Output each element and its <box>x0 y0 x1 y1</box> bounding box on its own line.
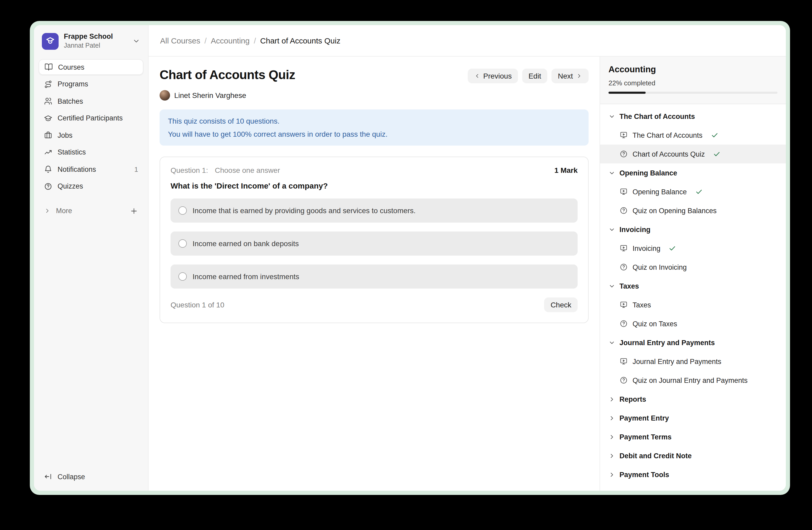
sidebar-item-label: Certified Participants <box>58 114 123 122</box>
breadcrumb-current: Chart of Accounts Quiz <box>260 36 340 45</box>
progress-bar-track <box>608 92 778 94</box>
outline-section-debit-and-credit-note[interactable]: Debit and Credit Note <box>600 446 786 465</box>
lesson-icon <box>620 131 628 139</box>
outline-quiz-on-invoicing[interactable]: Quiz on Invoicing <box>600 258 786 277</box>
chevron-down-icon <box>608 113 615 120</box>
outline-item-label: Chart of Accounts Quiz <box>633 150 705 158</box>
outline-item-label: Journal Entry and Payments <box>633 358 721 365</box>
answer-option-2[interactable]: Income earned on bank deposits <box>171 232 578 255</box>
quiz-icon <box>620 206 628 215</box>
lesson-icon <box>620 357 628 365</box>
breadcrumb-all-courses[interactable]: All Courses <box>160 36 200 45</box>
answer-options: Income that is earned by providing goods… <box>171 198 578 289</box>
answer-option-1[interactable]: Income that is earned by providing goods… <box>171 198 578 223</box>
outline-quiz-on-journal-entry-and-payments[interactable]: Quiz on Journal Entry and Payments <box>600 371 786 390</box>
outline-section-title: Journal Entry and Payments <box>620 338 715 346</box>
sidebar-item-courses[interactable]: Courses <box>39 59 143 75</box>
breadcrumb-separator: / <box>204 36 206 45</box>
outline-section-payment-entry[interactable]: Payment Entry <box>600 408 786 427</box>
check-button[interactable]: Check <box>545 297 578 312</box>
breadcrumb-accounting[interactable]: Accounting <box>211 36 249 45</box>
outline-lesson-journal-entry-and-payments[interactable]: Journal Entry and Payments <box>600 352 786 371</box>
chevron-right-icon <box>608 433 615 440</box>
chevron-left-icon <box>474 73 480 79</box>
outline-section-taxes[interactable]: Taxes <box>600 277 786 295</box>
frappe-school-logo-icon <box>42 33 59 50</box>
sidebar-nav: Courses Programs Batches Certified Parti… <box>39 59 143 194</box>
outline-section-journal-entry-and-payments[interactable]: Journal Entry and Payments <box>600 333 786 352</box>
answer-option-3[interactable]: Income earned from investments <box>171 264 578 289</box>
content-row: Chart of Accounts Quiz Previous Edit <box>149 57 786 491</box>
quiz-card: Question 1: Choose one answer 1 Mark Wha… <box>160 157 589 323</box>
check-icon <box>669 245 676 252</box>
outline-section-reports[interactable]: Reports <box>600 390 786 408</box>
sidebar-item-label: Courses <box>58 63 85 71</box>
outline-quiz-on-taxes[interactable]: Quiz on Taxes <box>600 314 786 333</box>
notifications-count-badge: 1 <box>134 165 138 173</box>
outline-section-title: The Chart of Accounts <box>620 112 695 120</box>
check-button-label: Check <box>551 301 571 309</box>
previous-button[interactable]: Previous <box>467 69 518 83</box>
bell-icon <box>44 165 52 173</box>
title-row: Chart of Accounts Quiz Previous Edit <box>160 68 589 83</box>
outline-section-opening-balance[interactable]: Opening Balance <box>600 163 786 182</box>
chevron-down-icon <box>132 37 140 45</box>
outline-lesson-opening-balance[interactable]: Opening Balance <box>600 182 786 201</box>
sidebar-more-toggle[interactable]: More <box>39 203 143 219</box>
outline-section-invoicing[interactable]: Invoicing <box>600 220 786 239</box>
sidebar-item-notifications[interactable]: Notifications 1 <box>39 161 143 177</box>
notice-line-1: This quiz consists of 10 questions. <box>168 115 580 127</box>
outline-section-payment-tools[interactable]: Payment Tools <box>600 465 786 484</box>
plus-icon[interactable] <box>130 207 138 215</box>
question-instruction: Choose one answer <box>215 166 280 175</box>
quiz-notice-banner: This quiz consists of 10 questions. You … <box>160 110 589 145</box>
main-content: Chart of Accounts Quiz Previous Edit <box>149 57 599 491</box>
outline-section-title: Debit and Credit Note <box>620 452 692 460</box>
outline-quiz-on-opening-balances[interactable]: Quiz on Opening Balances <box>600 201 786 220</box>
outline-section-the-chart-of-accounts[interactable]: The Chart of Accounts <box>600 107 786 126</box>
briefcase-icon <box>44 131 52 139</box>
sidebar-item-quizzes[interactable]: Quizzes <box>39 178 143 194</box>
outline-item-label: Invoicing <box>633 244 661 252</box>
chevron-right-icon <box>608 396 615 403</box>
outline-lesson-the-chart-of-accounts[interactable]: The Chart of Accounts <box>600 126 786 144</box>
question-progress: Question 1 of 10 <box>171 301 224 309</box>
sidebar-item-certified-participants[interactable]: Certified Participants <box>39 110 143 126</box>
outline-section-title: Invoicing <box>620 225 651 233</box>
outline-item-label: Taxes <box>633 301 651 309</box>
chevron-right-icon <box>608 471 615 478</box>
help-circle-icon <box>44 182 52 190</box>
edit-button[interactable]: Edit <box>522 69 547 83</box>
chevron-right-icon <box>608 415 615 421</box>
outline-section-title: Payment Tools <box>620 471 669 478</box>
sidebar-collapse-button[interactable]: Collapse <box>39 469 143 485</box>
outline-section-title: Reports <box>620 395 646 403</box>
quiz-icon <box>620 150 628 158</box>
sidebar-item-programs[interactable]: Programs <box>39 76 143 92</box>
sidebar-item-jobs[interactable]: Jobs <box>39 127 143 143</box>
brand-name: Frappe School <box>64 32 113 41</box>
outline-list: The Chart of Accounts The Chart of Accou… <box>600 104 786 484</box>
radio-icon <box>178 206 187 215</box>
chevron-right-icon <box>576 73 582 79</box>
left-sidebar: Frappe School Jannat Patel Courses Progr… <box>34 25 149 491</box>
sidebar-item-statistics[interactable]: Statistics <box>39 144 143 160</box>
next-button-label: Next <box>558 72 573 80</box>
course-completed-label: 22% completed <box>608 79 778 87</box>
sidebar-item-batches[interactable]: Batches <box>39 93 143 109</box>
workspace-switcher[interactable]: Frappe School Jannat Patel <box>39 30 143 52</box>
next-button[interactable]: Next <box>551 69 589 83</box>
chevron-down-icon <box>608 226 615 233</box>
trending-up-icon <box>44 148 52 156</box>
sidebar-item-label: Statistics <box>58 148 86 156</box>
answer-option-label: Income earned from investments <box>192 272 299 281</box>
sidebar-item-label: Jobs <box>58 131 72 139</box>
quiz-icon <box>620 263 628 271</box>
outline-section-payment-terms[interactable]: Payment Terms <box>600 427 786 446</box>
outline-quiz-chart-of-accounts-quiz[interactable]: Chart of Accounts Quiz <box>600 144 786 163</box>
outline-lesson-invoicing[interactable]: Invoicing <box>600 239 786 258</box>
outline-section-title: Payment Terms <box>620 433 671 441</box>
collapse-label: Collapse <box>58 473 85 480</box>
author-row: Linet Sherin Varghese <box>160 90 589 100</box>
outline-lesson-taxes[interactable]: Taxes <box>600 295 786 314</box>
